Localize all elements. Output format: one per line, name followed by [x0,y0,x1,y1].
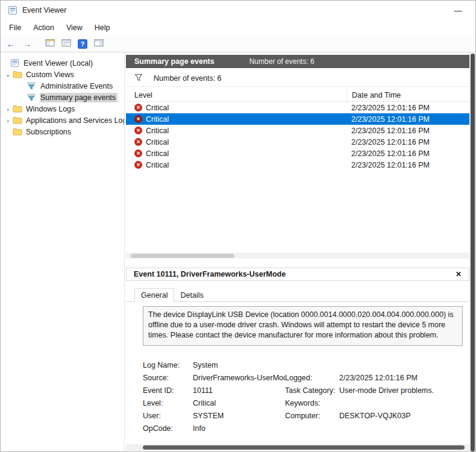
tree-item-subscriptions[interactable]: Subscriptions [1,126,124,137]
action-pane-icon [94,39,104,49]
summary-header-bar: Summary page events Number of events: 6 [126,55,469,68]
menu-bar: File Action View Help [1,20,475,36]
vertical-scrollbar-thumb[interactable] [471,54,475,451]
tab-details[interactable]: Details [174,289,209,301]
folder-icon [13,127,23,136]
event-row[interactable]: ✕Critical 2/23/2025 12:01:16 PM [126,102,469,113]
event-datetime: 2/23/2025 12:01:16 PM [346,161,469,169]
tree-item-event-viewer-local[interactable]: Event Viewer (Local) [1,57,124,69]
vertical-scrollbar[interactable] [469,52,475,452]
critical-icon: ✕ [134,161,142,169]
events-horizontal-scrollbar[interactable] [126,253,469,259]
tree-item-label: Windows Logs [26,105,75,113]
field-value [339,399,465,407]
field-label: Event ID: [143,386,193,395]
menu-view[interactable]: View [60,22,89,34]
event-datetime: 2/23/2025 12:01:16 PM [346,149,469,158]
close-icon[interactable]: ✕ [456,270,469,278]
event-detail-header: Event 10111, DriverFrameworks-UserMode ✕ [126,268,469,281]
critical-icon: ✕ [134,127,142,134]
field-value: DESKTOP-VQJK03P [339,412,465,420]
summary-event-count: Number of events: 6 [249,57,315,66]
custom-view-filter-icon [27,81,37,90]
menu-help[interactable]: Help [89,22,116,34]
help-icon: ? [78,39,87,49]
event-level: Critical [146,104,169,112]
chevron-right-icon[interactable]: › [3,105,13,113]
events-table-body: ✕Critical 2/23/2025 12:01:16 PM ✕Critica… [126,102,469,171]
field-value: 10111 [193,386,285,395]
properties-button[interactable] [60,37,73,51]
tree-item-label: Subscriptions [26,128,71,136]
results-pane: Summary page events Number of events: 6 … [125,52,469,452]
detail-tabs: General Details [126,288,469,302]
back-button[interactable]: ← [4,37,17,51]
field-label: Log Name: [143,361,193,369]
tab-general[interactable]: General [134,288,174,302]
chevron-right-icon[interactable]: › [3,117,13,124]
tree-item-windows-logs[interactable]: › Windows Logs [1,103,124,115]
event-row[interactable]: ✕Critical 2/23/2025 12:01:16 PM [126,148,469,159]
field-value [339,361,465,369]
field-value: 2/23/2025 12:01:16 PM [339,374,465,382]
event-level: Critical [146,127,169,135]
tree-item-summary-page-events[interactable]: Summary page events [1,92,124,103]
filter-funnel-icon [134,74,143,83]
action-pane-toggle-button[interactable] [92,37,105,51]
event-level: Critical [146,138,169,146]
tree-item-label: Event Viewer (Local) [23,59,93,67]
critical-icon: ✕ [134,149,142,157]
field-label: User: [143,412,193,420]
field-label [285,424,339,433]
chevron-down-icon[interactable]: ⌄ [3,71,13,78]
event-level: Critical [146,115,169,124]
field-label: Logged: [285,374,339,382]
events-horizontal-scrollbar-thumb[interactable] [131,254,234,258]
tree-item-label: Custom Views [26,71,74,79]
detail-horizontal-scrollbar-thumb[interactable] [143,445,465,450]
detail-horizontal-scrollbar[interactable] [126,444,469,451]
column-header-level[interactable]: Level [126,91,346,99]
tree-item-label: Summary page events [40,93,116,102]
forward-button[interactable]: → [20,37,34,51]
menu-file[interactable]: File [3,22,27,34]
event-row[interactable]: ✕Critical 2/23/2025 12:01:16 PM [126,159,469,171]
field-label: OpCode: [143,424,193,433]
column-header-date-and-time[interactable]: Date and Time [346,89,469,101]
field-label: Level: [143,399,193,407]
field-label: Source: [143,374,193,382]
tree-item-applications-services-logs[interactable]: › Applications and Services Log [1,115,124,126]
folder-icon [13,116,23,125]
tree-item-label: Administrative Events [40,82,113,90]
console-tree-toggle-button[interactable] [43,37,57,51]
field-value [339,424,465,433]
tree-item-label: Applications and Services Log [26,116,125,125]
tree-item-custom-views[interactable]: ⌄ Custom Views [1,69,124,80]
field-value: User-mode Driver problems. [339,386,465,395]
event-row[interactable]: ✕Critical 2/23/2025 12:01:16 PM [126,136,469,148]
summary-title: Summary page events [134,57,215,66]
event-description: The device DisplayLink USB Device (locat… [143,306,463,346]
event-row[interactable]: ✕Critical 2/23/2025 12:01:16 PM [126,125,469,136]
help-button[interactable]: ? [76,37,89,51]
properties-icon [61,39,71,49]
event-row-selected[interactable]: ✕Critical 2/23/2025 12:01:16 PM [126,113,469,125]
field-value: System [193,361,285,369]
events-table-header: Level Date and Time [126,89,469,102]
critical-icon: ✕ [134,104,142,111]
field-value: DriverFrameworks-UserMode [193,374,285,382]
field-label: Computer: [285,412,339,420]
field-value: Critical [193,399,285,407]
tree-item-administrative-events[interactable]: Administrative Events [1,80,124,92]
event-properties-grid: Log Name: System Source: DriverFramework… [143,361,465,433]
menu-action[interactable]: Action [27,22,60,34]
filter-group-row[interactable]: Number of events: 6 [126,71,469,87]
event-datetime: 2/23/2025 12:01:16 PM [346,127,469,135]
title-bar: Event Viewer — [1,1,475,20]
console-tree: Event Viewer (Local) ⌄ Custom Views Admi… [1,52,125,452]
window-title: Event Viewer [22,6,66,14]
folder-icon [13,70,23,79]
event-viewer-icon [10,58,20,67]
event-level: Critical [146,149,169,158]
minimize-button[interactable]: — [448,6,468,15]
